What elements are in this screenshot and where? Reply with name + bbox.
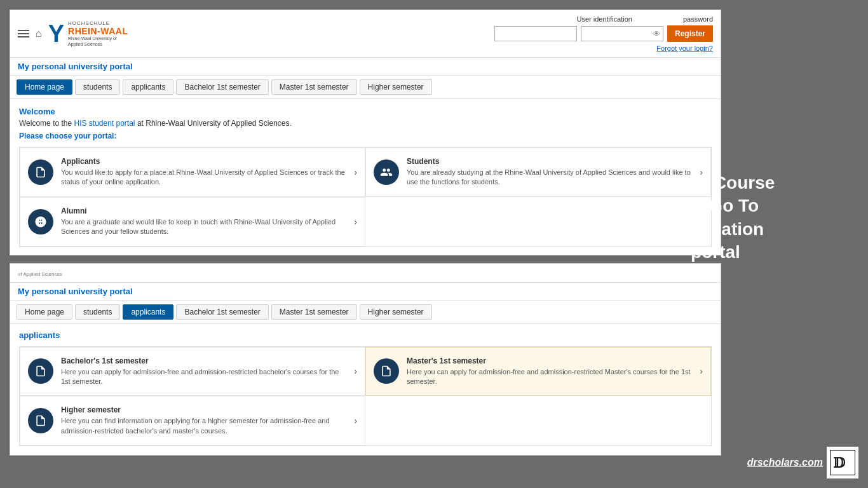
higher-card-content: Higher semester Here you can find inform… [61,405,349,436]
side-text-line3: Application [667,219,764,239]
applicants-icon-circle [28,159,53,185]
watermark: drscholars.com 𝔻 [747,447,858,478]
portal-title-2: My personal university portal [18,287,133,296]
hamburger-icon[interactable] [18,30,29,37]
bachelor-card-arrow: › [354,366,357,376]
logo-hochschule: HOCHSCHULE [68,20,132,26]
alumni-card-desc: You are a graduate and would like to kee… [61,217,349,237]
svg-text:𝔻: 𝔻 [833,455,846,471]
choose-portal-label: Please choose your portal: [19,132,712,140]
alumni-icon-circle [28,209,53,234]
applicants-card-arrow: › [354,167,357,177]
bachelor-card-desc: Here you can apply for admission-free an… [61,367,349,387]
section-title-applicants: applicants [10,324,721,340]
tab-students-2[interactable]: students [75,304,120,320]
user-id-input[interactable] [494,26,577,41]
master-card-title: Master's 1st semester [407,356,695,365]
students-icon-circle [374,159,399,185]
auth-group: User identification password 👁 Register … [494,15,713,52]
portal-title-bar-2: My personal university portal [10,283,721,301]
user-id-label: User identification [576,15,632,23]
tab-master-1[interactable]: Master 1st semester [271,79,357,95]
tab-applicants-2[interactable]: applicants [123,304,173,320]
side-text-block: Select Course and Go To Application port… [652,172,779,264]
higher-document-icon [34,414,47,427]
register-button[interactable]: Register [667,25,713,42]
side-text-line2: and Go To [672,196,759,215]
applicants-card-content: Applicants You would like to apply for a… [61,157,349,187]
password-input[interactable] [581,26,663,41]
people-icon [380,166,393,179]
higher-card-desc: Here you can find information on applyin… [61,416,349,436]
header-left: ⌂ Y HOCHSCHULE RHEIN-WAAL Rhine-Waal Uni… [18,20,132,47]
watermark-logo: 𝔻 [827,447,858,478]
tab-home-page-2[interactable]: Home page [17,304,72,320]
portal-cards-1: Applicants You would like to apply for a… [19,147,712,247]
alumni-card-content: Alumni You are a graduate and would like… [61,207,349,237]
nav-tabs-1: Home page students applicants Bachelor 1… [10,76,721,99]
portal-panel-1: ⌂ Y HOCHSCHULE RHEIN-WAAL Rhine-Waal Uni… [10,10,721,255]
applicants-card[interactable]: Applicants You would like to apply for a… [20,147,365,197]
master-card-desc: Here you can apply for admission-free an… [407,367,695,387]
his-portal-link[interactable]: HIS student portal [74,119,135,128]
alumni-card-arrow: › [354,217,357,227]
logo-rhein-waal: RHEIN-WAAL [68,26,132,36]
master-card-content: Master's 1st semester Here you can apply… [407,356,695,387]
tab-higher-1[interactable]: Higher semester [360,79,432,95]
portal-title-1: My personal university portal [18,62,133,71]
portal-header: ⌂ Y HOCHSCHULE RHEIN-WAAL Rhine-Waal Uni… [10,10,721,58]
higher-card-arrow: › [354,416,357,426]
alumni-card-title: Alumni [61,207,349,215]
partial-header-2: of Applied Sciences [10,264,721,283]
welcome-title: Welcome [19,107,712,116]
logo-y-letter: Y [48,22,64,46]
document-icon [34,166,47,179]
tab-applicants-1[interactable]: applicants [123,79,173,95]
bachelor-card-title: Bachelor's 1st semester [61,356,349,365]
tab-home-page-1[interactable]: Home page [17,79,72,95]
forgot-login-link[interactable]: Forgot your login? [656,44,713,52]
welcome-text: Welcome to the HIS student portal at Rhi… [19,119,712,128]
tab-students-1[interactable]: students [75,79,120,95]
higher-card-title: Higher semester [61,405,349,414]
bachelor-card[interactable]: Bachelor's 1st semester Here you can app… [20,347,365,396]
bachelor-card-content: Bachelor's 1st semester Here you can app… [61,356,349,387]
password-eye-icon[interactable]: 👁 [653,29,661,39]
tab-master-2[interactable]: Master 1st semester [271,304,357,320]
students-card-title: Students [407,157,695,166]
master-card-arrow: › [700,366,703,376]
portal-cards-2-wrapper: Bachelor's 1st semester Here you can app… [10,346,721,456]
portal-panel-2: of Applied Sciences My personal universi… [10,263,721,456]
master-document-icon [380,365,393,377]
side-text-line1: Select Course [656,173,775,193]
person-icon [34,215,47,228]
master-card[interactable]: Master's 1st semester Here you can apply… [365,347,711,396]
partial-header-text: of Applied Sciences [18,271,62,277]
bachelor-document-icon [34,365,47,377]
header-right: User identification password 👁 Register … [494,15,713,52]
portal-title-bar: My personal university portal [10,58,721,76]
higher-icon-circle [28,408,53,433]
password-wrapper: 👁 [581,26,663,41]
side-text-line4: portal [691,242,740,262]
master-icon-circle [374,358,399,384]
auth-labels-row: User identification password [576,15,713,23]
bachelor-icon-circle [28,358,53,384]
nav-tabs-2: Home page students applicants Bachelor 1… [10,301,721,324]
watermark-text: drscholars.com [747,457,823,468]
applicants-card-title: Applicants [61,157,349,166]
tab-higher-2[interactable]: Higher semester [360,304,432,320]
content-area-1: Welcome Welcome to the HIS student porta… [10,99,721,255]
tab-bachelor-2[interactable]: Bachelor 1st semester [176,304,268,320]
logo-subtitle: Rhine-Waal University of Applied Science… [68,36,132,47]
higher-card[interactable]: Higher semester Here you can find inform… [20,396,365,445]
alumni-card[interactable]: Alumni You are a graduate and would like… [20,197,365,247]
home-icon[interactable]: ⌂ [36,28,42,39]
auth-fields: 👁 Register [494,25,713,42]
applicants-card-desc: You would like to apply for a place at R… [61,168,349,187]
watermark-logo-icon: 𝔻 [830,450,855,475]
logo-text-block: HOCHSCHULE RHEIN-WAAL Rhine-Waal Univers… [68,20,132,47]
portal-cards-2: Bachelor's 1st semester Here you can app… [19,346,712,447]
tab-bachelor-1[interactable]: Bachelor 1st semester [176,79,268,95]
password-label: password [683,15,713,23]
